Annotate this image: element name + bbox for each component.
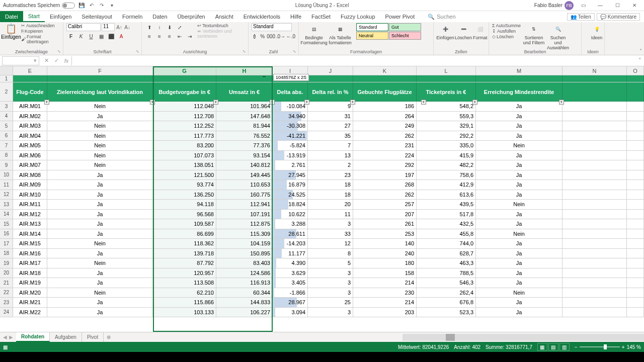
table-cell[interactable]: 101.964 xyxy=(216,102,273,111)
table-cell[interactable]: Ja xyxy=(476,131,562,141)
empty-cell[interactable] xyxy=(627,288,644,298)
table-cell[interactable]: 94.118 xyxy=(153,200,216,209)
table-cell[interactable]: 3 xyxy=(308,288,353,298)
table-cell[interactable]: 28.611 xyxy=(273,229,308,239)
inc-decimal-icon[interactable]: .0→ xyxy=(276,32,285,40)
table-cell[interactable]: 103.133 xyxy=(153,308,216,317)
table-cell[interactable]: 8 xyxy=(308,249,353,258)
autosum-button[interactable]: ΣAutoSumme xyxy=(492,23,521,28)
table-cell[interactable]: Ja xyxy=(476,121,562,131)
empty-cell[interactable] xyxy=(562,288,627,298)
zoom-in-icon[interactable]: + xyxy=(622,344,625,350)
table-cell[interactable]: 180 xyxy=(353,258,417,268)
table-cell[interactable]: 113.508 xyxy=(153,278,216,288)
empty-cell[interactable] xyxy=(627,180,644,190)
filter-button[interactable]: ▾ xyxy=(304,100,309,105)
table-cell[interactable]: 3.288 xyxy=(273,219,308,229)
table-cell[interactable]: Ja xyxy=(476,170,562,180)
table-cell[interactable]: 149.445 xyxy=(216,170,273,180)
redo-icon[interactable]: ↷ xyxy=(98,2,105,9)
table-cell[interactable]: Ja xyxy=(47,200,153,209)
table-cell[interactable]: 86.699 xyxy=(153,229,216,239)
format-cells-button[interactable]: ⬜Format xyxy=(473,23,488,40)
empty-cell[interactable] xyxy=(562,112,627,121)
collapse-ribbon-icon[interactable]: ˄ xyxy=(639,48,642,54)
table-cell[interactable]: 261 xyxy=(353,219,417,229)
table-cell[interactable]: 28.967 xyxy=(273,298,308,307)
column-header-J[interactable]: J xyxy=(308,66,353,75)
table-cell[interactable]: 136.250 xyxy=(153,190,216,200)
table-cell[interactable]: 5 xyxy=(308,258,353,268)
table-cell[interactable]: 329,1 xyxy=(417,121,476,131)
empty-cell[interactable] xyxy=(562,298,627,307)
table-cell[interactable]: AIR.M20 xyxy=(13,288,47,298)
orientation-icon[interactable]: ⤢ xyxy=(175,23,184,31)
table-cell[interactable]: Ja xyxy=(47,298,153,307)
merge-button[interactable]: ⬌ Verbinden und zentrieren xyxy=(197,29,245,39)
table-cell[interactable]: 249 xyxy=(353,121,417,131)
empty-cell[interactable] xyxy=(562,141,627,150)
table-cell[interactable]: Ja xyxy=(47,308,153,317)
table-cell[interactable]: 116.913 xyxy=(216,278,273,288)
zoom-handle[interactable] xyxy=(604,344,607,349)
style-neutral[interactable]: Neutral xyxy=(356,32,388,40)
qat-customize-icon[interactable]: ▾ xyxy=(108,2,115,9)
indent-dec-icon[interactable]: ⇤ xyxy=(175,32,184,40)
table-cell[interactable]: 77.376 xyxy=(216,141,273,150)
table-cell[interactable]: -5.824 xyxy=(273,141,308,150)
row-header[interactable]: 14 xyxy=(0,210,13,219)
table-cell[interactable]: 10.622 xyxy=(273,210,308,219)
table-cell[interactable]: Ja xyxy=(47,112,153,121)
table-cell[interactable]: 546,3 xyxy=(417,278,476,288)
wrap-text-button[interactable]: ↩ Textumbruch xyxy=(197,23,245,28)
table-cell[interactable]: AIR.M05 xyxy=(13,141,47,150)
undo-icon[interactable]: ↶ xyxy=(88,2,95,9)
align-center-icon[interactable]: ≡ xyxy=(155,32,164,40)
empty-cell[interactable] xyxy=(627,112,644,121)
row-header[interactable]: 10 xyxy=(0,170,13,180)
table-cell[interactable]: 7 xyxy=(308,141,353,150)
filter-button[interactable]: ▾ xyxy=(350,100,355,105)
column-header-G[interactable]: G xyxy=(153,66,216,75)
font-size-combo[interactable]: 11 xyxy=(102,23,115,31)
horizontal-scrollbar[interactable] xyxy=(403,334,644,341)
maximize-icon[interactable]: ☐ xyxy=(610,1,625,11)
row-header[interactable]: 11 xyxy=(0,180,13,190)
zoom-slider[interactable] xyxy=(580,346,620,347)
zoom-out-icon[interactable]: − xyxy=(575,344,578,350)
cut-button[interactable]: ✂Ausschneiden xyxy=(21,23,60,28)
table-cell[interactable]: Ja xyxy=(47,190,153,200)
table-cell[interactable]: Ja xyxy=(476,151,562,160)
table-cell[interactable]: 18 xyxy=(308,180,353,190)
empty-cell[interactable] xyxy=(627,131,644,141)
decrease-font-icon[interactable]: A↓ xyxy=(124,24,131,31)
empty-cell[interactable] xyxy=(562,258,627,268)
save-icon[interactable]: 💾 xyxy=(78,2,85,9)
table-cell[interactable]: Ja xyxy=(47,170,153,180)
column-header-L[interactable]: L xyxy=(417,66,476,75)
filter-button[interactable]: ▾ xyxy=(559,100,564,105)
row-header[interactable]: 4 xyxy=(0,112,13,121)
tab-pagelayout[interactable]: Seitenlayout xyxy=(76,11,117,22)
column-header-O[interactable]: O xyxy=(627,66,644,75)
table-cell[interactable]: Ja xyxy=(476,219,562,229)
table-cell[interactable]: 758,6 xyxy=(417,170,476,180)
table-cell[interactable]: Ja xyxy=(476,258,562,268)
table-header[interactable]: Umsatz in € xyxy=(216,82,273,102)
align-middle-icon[interactable]: ↕ xyxy=(155,23,164,31)
table-cell[interactable]: 2 xyxy=(308,160,353,170)
table-cell[interactable]: AIR.M22 xyxy=(13,308,47,317)
fx-icon[interactable]: fx xyxy=(61,58,71,64)
table-cell[interactable]: 115.866 xyxy=(153,298,216,307)
table-cell[interactable]: 110.653 xyxy=(216,180,273,190)
border-button[interactable]: ▦ xyxy=(97,32,106,40)
tab-review[interactable]: Überprüfen xyxy=(173,11,210,22)
table-cell[interactable]: 214 xyxy=(353,298,417,307)
table-cell[interactable]: -10.084 xyxy=(273,102,308,111)
dialog-launcher-icon[interactable]: ⤡ xyxy=(57,49,61,54)
table-cell[interactable]: 463,3 xyxy=(417,258,476,268)
table-cell[interactable]: 121.500 xyxy=(153,170,216,180)
table-cell[interactable]: 62.210 xyxy=(153,288,216,298)
row-header[interactable]: 12 xyxy=(0,190,13,200)
style-standard[interactable]: Standard xyxy=(356,23,388,31)
